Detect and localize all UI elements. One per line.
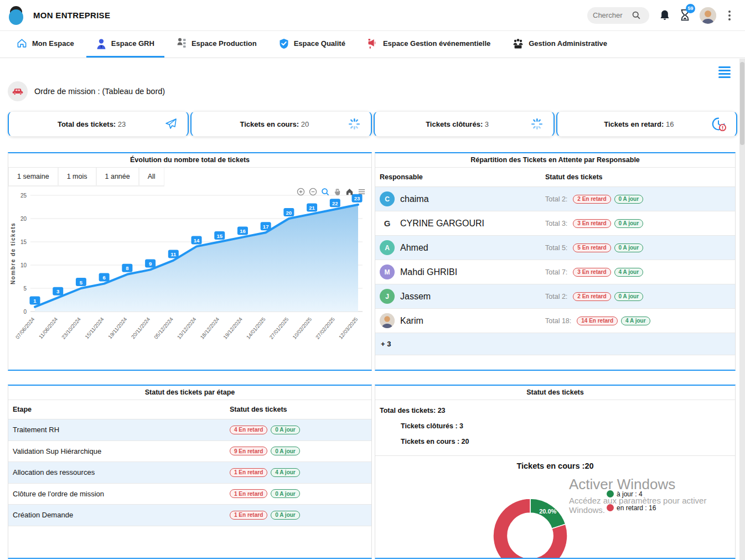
magnifier-icon[interactable] <box>321 188 329 196</box>
legend-en-retard[interactable]: en retard : 16 <box>607 501 656 515</box>
svg-text:1: 1 <box>33 298 37 304</box>
car-icon <box>8 81 28 101</box>
tab-gestion-administrative[interactable]: Gestion Administrative <box>503 31 617 58</box>
svg-text:13/12/2024: 13/12/2024 <box>176 316 198 340</box>
table-row[interactable]: Clôture de l'ordre de mission 1 En retar… <box>8 484 371 505</box>
range-1-mois[interactable]: 1 mois <box>58 168 96 186</box>
page-scrollbar[interactable] <box>739 59 745 560</box>
late-badge: 2 En retard <box>573 195 611 204</box>
svg-text:11: 11 <box>170 251 177 257</box>
more-options-icon[interactable] <box>726 8 733 23</box>
photo-avatar <box>380 313 395 328</box>
search-box[interactable] <box>587 7 649 24</box>
search-icon[interactable] <box>632 11 641 20</box>
col-header-responsable: Responsable <box>380 173 545 181</box>
svg-text:19/11/2024: 19/11/2024 <box>107 316 128 340</box>
ontime-badge: 0 A jour <box>271 447 299 455</box>
brand-name: MON ENTREPRISE <box>33 11 110 20</box>
home-icon[interactable] <box>345 188 354 196</box>
hamburger-icon[interactable] <box>718 66 731 78</box>
ontime-badge: 0 A jour <box>271 511 299 520</box>
late-badge: 3 En retard <box>573 268 611 277</box>
user-avatar[interactable] <box>700 7 716 24</box>
tab-mon-espace[interactable]: Mon Espace <box>7 31 84 58</box>
svg-text:23: 23 <box>354 195 360 201</box>
panel-evolution-tickets: Évolution du nombre total de tickets 1 s… <box>8 152 372 371</box>
late-badge: 9 En retard <box>230 447 267 455</box>
late-badge: 14 En retard <box>577 317 618 325</box>
table-row[interactable]: Validation Sup Hiérarchique 9 En retard0… <box>8 441 371 463</box>
tickets-en-cours-line: Tickets en cours : 20 <box>401 438 731 445</box>
svg-text:5: 5 <box>80 279 83 286</box>
tab-espace-qualite[interactable]: Espace Qualité <box>269 31 355 58</box>
svg-text:20: 20 <box>20 216 27 222</box>
tab-espace-grh[interactable]: Espace GRH <box>86 31 164 58</box>
company-logo <box>9 6 25 25</box>
svg-text:5: 5 <box>23 286 27 292</box>
shield-check-icon <box>279 38 289 49</box>
table-row[interactable]: GCYRINE GARGOURI Total 3:3 En retard0 A … <box>375 211 735 236</box>
pending-hourglass-icon[interactable]: 59 <box>680 9 690 22</box>
spinner-icon <box>348 117 361 131</box>
table-row[interactable]: AAhmed Total 5:5 En retard0 A jour <box>375 236 735 260</box>
svg-text:15: 15 <box>216 233 223 239</box>
ontime-badge: 0 A jour <box>614 292 643 301</box>
table-row[interactable]: Cchaima Total 2:2 En retard0 A jour <box>375 187 735 211</box>
chart-title: Évolution du nombre total de tickets <box>8 153 371 168</box>
zoom-out-icon[interactable] <box>309 188 317 196</box>
menu-icon[interactable] <box>358 188 366 196</box>
table-row[interactable]: Création Demande 1 En retard0 A jour <box>8 505 371 526</box>
range-all[interactable]: All <box>139 168 164 186</box>
line-chart[interactable]: 0510152025Nombre de tickets1356891114151… <box>8 186 368 352</box>
tab-espace-gestion-evenementielle[interactable]: Espace Gestion événementielle <box>358 31 500 58</box>
avatar: A <box>380 240 395 255</box>
notification-bell-icon[interactable] <box>659 9 670 22</box>
table-row[interactable]: Traitement RH 4 En retard0 A jour <box>8 419 371 441</box>
table-row[interactable]: MMahdi GHRIBI Total 7:3 En retard4 A jou… <box>375 260 735 284</box>
col-header-statut: Statut des tickets <box>545 173 731 181</box>
notification-count-badge: 59 <box>686 4 695 13</box>
chart-toolbar <box>297 188 366 196</box>
avatar: G <box>380 216 395 231</box>
ontime-badge: 0 A jour <box>614 243 643 252</box>
panel-repartition-responsable: Répartition des Tickets en Attente par R… <box>375 152 736 371</box>
card-total-tickets: Total des tickets: 23 <box>8 111 189 137</box>
avatar: M <box>380 265 395 279</box>
card-tickets-clotures: Tickets clôturés: 3 <box>374 111 555 137</box>
pan-hand-icon[interactable] <box>333 188 342 196</box>
svg-text:14: 14 <box>194 237 200 243</box>
legend-a-jour[interactable]: à jour : 4 <box>607 487 656 501</box>
svg-text:20/11/2024: 20/11/2024 <box>130 316 152 340</box>
show-more-rows[interactable]: + 3 <box>375 333 735 355</box>
panel-statut-par-etape: Statut des tickets par étape Etape Statu… <box>8 385 372 559</box>
ontime-badge: 0 A jour <box>614 195 643 204</box>
table-row[interactable]: Allocation des ressources 1 En retard4 A… <box>8 462 371 484</box>
tickets-clotures-line: Tickets clôturés : 3 <box>401 422 731 430</box>
svg-text:Nombre de tickets: Nombre de tickets <box>10 222 16 284</box>
donut-title: Tickets en cours :20 <box>375 462 735 470</box>
late-badge: 1 En retard <box>230 468 267 477</box>
range-1-semaine[interactable]: 1 semaine <box>8 168 58 186</box>
late-badge: 5 En retard <box>573 243 611 252</box>
svg-text:15: 15 <box>20 239 27 245</box>
svg-text:05/12/2024: 05/12/2024 <box>153 316 174 340</box>
svg-text:23/10/2024: 23/10/2024 <box>60 316 82 340</box>
range-1-annee[interactable]: 1 année <box>96 168 139 186</box>
col-header-statut: Statut des tickets <box>230 406 367 413</box>
tab-espace-production[interactable]: Espace Production <box>167 31 267 58</box>
table-row[interactable]: Karim Total 18:14 En retard4 A jour <box>375 309 735 333</box>
ontime-badge: 4 A jour <box>271 468 299 477</box>
paper-plane-icon <box>164 117 178 131</box>
svg-text:14/01/2025: 14/01/2025 <box>245 316 267 340</box>
svg-text:8: 8 <box>126 265 128 271</box>
svg-text:10/02/2025: 10/02/2025 <box>291 316 313 340</box>
table-row[interactable]: JJassem Total 2:2 En retard0 A jour <box>375 284 735 309</box>
svg-text:19/12/2024: 19/12/2024 <box>222 316 244 340</box>
ontime-badge: 0 A jour <box>271 426 299 434</box>
search-input[interactable] <box>593 11 632 19</box>
svg-text:17: 17 <box>263 224 269 230</box>
zoom-in-icon[interactable] <box>297 188 305 196</box>
svg-text:0: 0 <box>23 309 27 315</box>
panel-statut-tickets: Statut des tickets Total des tickets: 23… <box>375 385 736 559</box>
svg-text:20: 20 <box>286 210 292 216</box>
